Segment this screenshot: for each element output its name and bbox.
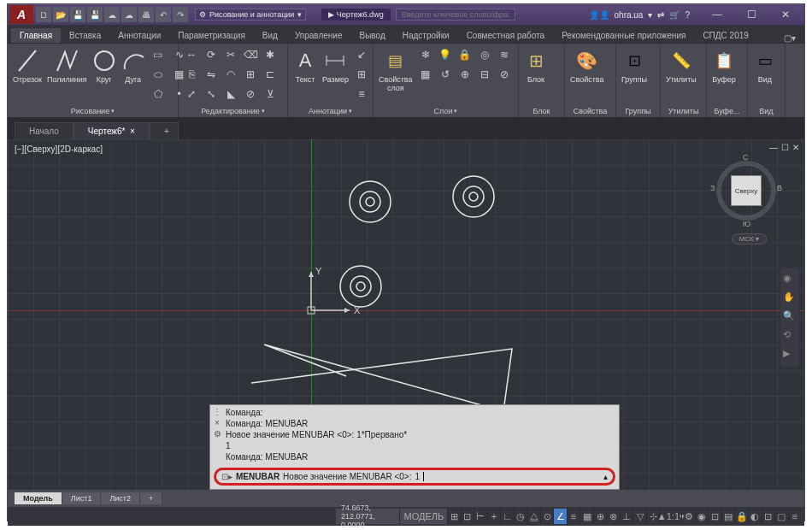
coordinates-display[interactable]: 74.6673, 212.0771, 0.0000 xyxy=(336,509,399,524)
layer-iso-icon[interactable]: ◎ xyxy=(475,45,494,64)
selection-filter-icon[interactable]: ▽ xyxy=(633,509,646,524)
search-input[interactable] xyxy=(396,9,515,21)
otrack-icon[interactable]: ∠ xyxy=(553,509,567,524)
groups-button[interactable]: ⊡Группы xyxy=(620,45,649,86)
new-icon[interactable]: 🗋 xyxy=(36,7,51,22)
properties-button[interactable]: 🎨Свойства xyxy=(568,45,606,86)
dimension-button[interactable]: Размер xyxy=(321,45,350,86)
showmotion-icon[interactable]: ▶ xyxy=(783,348,797,362)
wcs-label[interactable]: МСК ▾ xyxy=(732,233,767,244)
tab-manage[interactable]: Управление xyxy=(286,28,351,43)
redo-icon[interactable]: ↷ xyxy=(173,7,188,22)
minimize-button[interactable]: — xyxy=(700,5,734,24)
layer-off-icon[interactable]: 💡 xyxy=(436,45,455,64)
cmd-expand-icon[interactable]: ▴ xyxy=(603,472,608,481)
polar-icon[interactable]: ◷ xyxy=(514,509,527,524)
layer-delete-icon[interactable]: ⊘ xyxy=(495,65,514,84)
units-icon[interactable]: ⊡ xyxy=(708,509,721,524)
table-icon[interactable]: ⊞ xyxy=(352,65,371,84)
arc-button[interactable]: Дуга xyxy=(120,45,147,86)
tab-featured-apps[interactable]: Рекомендованные приложения xyxy=(553,28,694,43)
tab-output[interactable]: Вывод xyxy=(351,28,394,43)
workspace-selector[interactable]: ⚙ Рисование и аннотации ▾ xyxy=(195,9,306,21)
cmd-handle-icon[interactable]: ⋮ xyxy=(213,407,221,416)
cloud-open-icon[interactable]: ☁ xyxy=(104,7,120,22)
polyline-button[interactable]: Полилиния xyxy=(45,45,89,86)
cloud-save-icon[interactable]: ☁ xyxy=(121,7,137,22)
erase-icon[interactable]: ⌫ xyxy=(241,45,260,64)
open-icon[interactable]: 📂 xyxy=(53,7,68,22)
text-button[interactable]: AТекст xyxy=(291,45,319,86)
clipboard-button[interactable]: 📋Буфер xyxy=(710,45,738,86)
tab-collaborate[interactable]: Совместная работа xyxy=(458,28,554,43)
tab-insert[interactable]: Вставка xyxy=(61,28,109,43)
app-logo-icon[interactable]: A xyxy=(9,5,33,24)
ellipse-icon[interactable]: ⬭ xyxy=(149,65,168,84)
mirror-icon[interactable]: ⇋ xyxy=(202,65,221,84)
stretch-icon[interactable]: ⤢ xyxy=(182,85,201,103)
clean-screen-icon[interactable]: ▢ xyxy=(774,509,788,524)
osnap-icon[interactable]: ⊙ xyxy=(540,509,554,524)
rotate-icon[interactable]: ⟳ xyxy=(202,45,221,64)
customize-icon[interactable]: ≡ xyxy=(788,509,802,524)
exchange-icon[interactable]: ⇄ xyxy=(657,10,664,20)
circle-button[interactable]: Круг xyxy=(91,45,118,86)
leader-icon[interactable]: ↙ xyxy=(352,45,371,64)
isolate-icon[interactable]: ◐ xyxy=(748,509,762,524)
break-icon[interactable]: ⊘ xyxy=(241,85,260,103)
tab-addins[interactable]: Надстройки xyxy=(394,28,458,43)
tab-start[interactable]: Начало xyxy=(15,122,74,139)
block-insert-button[interactable]: ⊞Блок xyxy=(522,45,550,86)
infer-icon[interactable]: ⊢ xyxy=(474,509,487,524)
drawing-canvas[interactable]: [−][Сверху][2D-каркас] — ☐ ✕ xyxy=(8,139,804,490)
tab-parametric[interactable]: Параметризация xyxy=(169,28,254,43)
layer-prev-icon[interactable]: ↺ xyxy=(436,65,455,84)
ortho-icon[interactable]: ∟ xyxy=(500,509,514,524)
dynucs-icon[interactable]: ⊥ xyxy=(620,509,633,524)
cycling-icon[interactable]: ⊕ xyxy=(593,509,607,524)
copy-icon[interactable]: ⎘ xyxy=(182,65,201,84)
layout-tab-sheet1[interactable]: Лист1 xyxy=(62,492,102,504)
signin-icon[interactable]: 👤👤 xyxy=(589,10,609,20)
zoom-icon[interactable]: 🔍 xyxy=(783,310,797,324)
move-icon[interactable]: ↔ xyxy=(182,45,201,64)
anno-scale[interactable]: ▲ 1:1 ▾ xyxy=(659,509,681,524)
cart-icon[interactable]: 🛒 xyxy=(669,10,680,20)
layer-state-icon[interactable]: ⊟ xyxy=(475,65,494,84)
chamfer-icon[interactable]: ◣ xyxy=(221,85,240,103)
3dosnap-icon[interactable]: ⊗ xyxy=(606,509,620,524)
add-tab-button[interactable]: + xyxy=(150,122,179,139)
nav-wheel-icon[interactable]: ◉ xyxy=(783,273,797,286)
tab-view[interactable]: Вид xyxy=(254,28,286,43)
polygon-icon[interactable]: ⬠ xyxy=(149,85,168,103)
utilities-button[interactable]: 📏Утилиты xyxy=(664,45,698,86)
command-input[interactable]: ⊡▸ MENUBAR Новое значение MENUBAR <0>: 1… xyxy=(214,468,615,486)
trim-icon[interactable]: ✂ xyxy=(221,45,240,64)
snap-icon[interactable]: ⊡ xyxy=(461,509,474,524)
join-icon[interactable]: ⊻ xyxy=(261,85,279,103)
maximize-button[interactable]: ☐ xyxy=(734,5,768,24)
close-button[interactable]: ✕ xyxy=(768,5,803,24)
viewcube[interactable]: Сверху С Ю В З xyxy=(712,156,780,225)
rect-icon[interactable]: ▭ xyxy=(149,45,168,64)
hardware-accel-icon[interactable]: ⊡ xyxy=(762,509,775,524)
ribbon-expand-icon[interactable]: ▢▾ xyxy=(779,33,801,43)
array-icon[interactable]: ⊞ xyxy=(241,65,260,84)
model-space-toggle[interactable]: МОДЕЛЬ xyxy=(399,509,447,524)
anno-monitor-icon[interactable]: ◉ xyxy=(695,509,709,524)
layout-tab-add[interactable]: + xyxy=(140,492,162,504)
saveas-icon[interactable]: 💾 xyxy=(87,7,103,22)
fillet-icon[interactable]: ◠ xyxy=(221,65,240,84)
plot-icon[interactable]: 🖶 xyxy=(138,7,154,22)
layer-lock-icon[interactable]: 🔒 xyxy=(456,45,474,64)
help-icon[interactable]: ? xyxy=(685,10,690,20)
tab-home[interactable]: Главная xyxy=(11,28,61,43)
tab-drawing[interactable]: Чертеж6* × xyxy=(74,122,150,139)
pan-icon[interactable]: ✋ xyxy=(783,292,797,305)
undo-icon[interactable]: ↶ xyxy=(156,7,171,22)
save-icon[interactable]: 💾 xyxy=(70,7,85,22)
grid-icon[interactable]: ⊞ xyxy=(447,509,461,524)
layout-tab-model[interactable]: Модель xyxy=(15,492,62,504)
quick-props-icon[interactable]: ▤ xyxy=(721,509,735,524)
lock-ui-icon[interactable]: 🔒 xyxy=(734,509,748,524)
